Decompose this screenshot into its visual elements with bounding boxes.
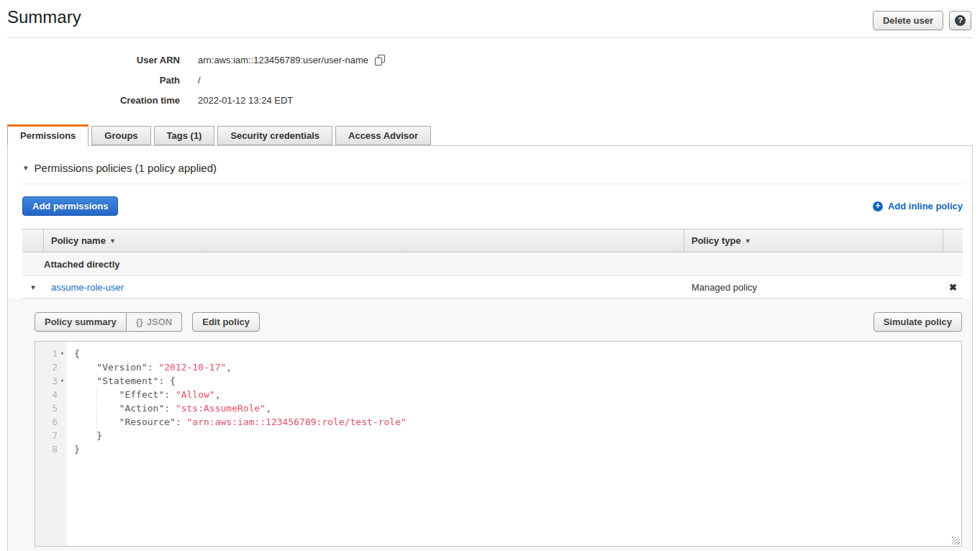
fold-spacer bbox=[58, 388, 67, 401]
editor-line-number: 1▾ bbox=[35, 347, 67, 360]
braces-icon: {} bbox=[136, 317, 143, 327]
tab-permissions[interactable]: Permissions bbox=[7, 124, 89, 146]
fold-spacer bbox=[58, 415, 67, 429]
copy-icon[interactable] bbox=[375, 55, 385, 65]
editor-line-number: 3▾ bbox=[35, 374, 67, 388]
policy-summary-button[interactable]: Policy summary bbox=[35, 312, 127, 332]
policy-row: ▾ assume-role-user Managed policy ✖ bbox=[22, 276, 963, 299]
header-cell-expander bbox=[22, 229, 44, 252]
editor-code-line[interactable]: "Statement": { bbox=[74, 374, 961, 388]
header-cell-policy-type[interactable]: Policy type ▾ bbox=[684, 229, 943, 252]
add-inline-policy-link[interactable]: + Add inline policy bbox=[873, 201, 963, 211]
editor-line-number: 7 bbox=[35, 429, 67, 442]
delete-user-button[interactable]: Delete user bbox=[873, 11, 943, 30]
editor-line-number: 6 bbox=[35, 415, 67, 429]
editor-line-number: 4 bbox=[35, 388, 67, 401]
editor-code[interactable]: { "Version": "2012-10-17", "Statement": … bbox=[67, 342, 961, 546]
add-permissions-button[interactable]: Add permissions bbox=[22, 196, 118, 216]
detail-row-user-arn: User ARN arn:aws:iam::123456789:user/use… bbox=[0, 50, 980, 70]
editor-code-line[interactable]: "Effect": "Allow", bbox=[74, 388, 961, 401]
page-title: Summary bbox=[7, 7, 81, 27]
header-divider bbox=[7, 37, 973, 38]
editor-line-number: 5 bbox=[35, 401, 67, 415]
policy-type-value: Managed policy bbox=[684, 282, 943, 293]
policy-table-header: Policy name ▾ Policy type ▾ bbox=[22, 229, 963, 252]
tab-access-advisor[interactable]: Access Advisor bbox=[335, 126, 431, 145]
policy-name-link[interactable]: assume-role-user bbox=[44, 282, 684, 293]
fold-spacer bbox=[58, 442, 67, 456]
sort-icon: ▾ bbox=[746, 237, 750, 245]
policy-detail-toolbar: Policy summary {} JSON Edit policy Simul… bbox=[35, 312, 962, 332]
detail-row-path: Path / bbox=[0, 70, 980, 90]
editor-code-line[interactable]: } bbox=[74, 429, 961, 442]
permissions-panel: ▾ Permissions policies (1 policy applied… bbox=[7, 145, 973, 551]
policy-table: Policy name ▾ Policy type ▾ Attached dir… bbox=[22, 229, 963, 551]
header-cell-policy-name[interactable]: Policy name ▾ bbox=[44, 229, 684, 252]
tab-security-credentials[interactable]: Security credentials bbox=[217, 126, 332, 145]
detail-row-creation-time: Creation time 2022-01-12 13:24 EDT bbox=[0, 90, 980, 110]
permissions-policies-heading-label: Permissions policies (1 policy applied) bbox=[35, 162, 217, 174]
user-details: User ARN arn:aws:iam::123456789:user/use… bbox=[0, 50, 980, 110]
simulate-policy-button[interactable]: Simulate policy bbox=[874, 312, 962, 332]
header-actions: Delete user ? bbox=[873, 11, 971, 30]
path-label: Path bbox=[0, 75, 180, 86]
fold-arrow-icon[interactable]: ▾ bbox=[58, 347, 67, 360]
creation-time-value: 2022-01-12 13:24 EDT bbox=[198, 95, 293, 106]
permissions-policies-heading[interactable]: ▾ Permissions policies (1 policy applied… bbox=[22, 158, 963, 184]
detach-policy-icon[interactable]: ✖ bbox=[943, 282, 963, 293]
top-header: Summary Delete user ? bbox=[0, 0, 980, 30]
sort-icon: ▾ bbox=[111, 237, 114, 245]
policy-view-segmented-control: Policy summary {} JSON bbox=[35, 312, 182, 332]
tab-tags[interactable]: Tags (1) bbox=[154, 126, 215, 145]
edit-policy-button[interactable]: Edit policy bbox=[192, 312, 260, 332]
help-button[interactable]: ? bbox=[949, 11, 971, 30]
tab-groups[interactable]: Groups bbox=[91, 126, 150, 145]
json-editor[interactable]: 1▾23▾45678 { "Version": "2012-10-17", "S… bbox=[35, 341, 962, 547]
collapse-arrow-icon: ▾ bbox=[24, 163, 28, 173]
editor-code-line[interactable]: { bbox=[74, 347, 961, 360]
fold-arrow-icon[interactable]: ▾ bbox=[58, 374, 67, 388]
creation-time-label: Creation time bbox=[0, 95, 180, 106]
help-icon: ? bbox=[955, 15, 966, 26]
editor-code-line[interactable]: "Action": "sts:AssumeRole", bbox=[74, 401, 961, 415]
user-arn-label: User ARN bbox=[0, 55, 180, 65]
policy-detail-area: Policy summary {} JSON Edit policy Simul… bbox=[8, 299, 972, 551]
fold-spacer bbox=[58, 429, 67, 442]
expand-arrow-icon[interactable]: ▾ bbox=[22, 283, 44, 292]
tab-bar: Permissions Groups Tags (1) Security cre… bbox=[7, 126, 980, 145]
resize-grip-icon[interactable] bbox=[952, 537, 960, 545]
editor-code-line[interactable]: "Version": "2012-10-17", bbox=[74, 360, 961, 374]
header-cell-actions bbox=[943, 229, 963, 252]
editor-code-line[interactable]: "Resource": "arn:aws:iam::123456789:role… bbox=[74, 415, 961, 429]
editor-line-number: 2 bbox=[35, 360, 67, 374]
add-inline-policy-label: Add inline policy bbox=[888, 201, 963, 211]
path-value: / bbox=[198, 75, 201, 86]
fold-spacer bbox=[58, 401, 67, 415]
json-view-button[interactable]: {} JSON bbox=[127, 312, 183, 332]
fold-spacer bbox=[58, 360, 67, 374]
attached-directly-group-row: Attached directly bbox=[22, 252, 963, 276]
editor-code-line[interactable]: } bbox=[74, 442, 961, 456]
editor-line-number: 8 bbox=[35, 442, 67, 456]
indent-guide bbox=[96, 388, 97, 429]
plus-icon: + bbox=[873, 201, 883, 211]
editor-gutter: 1▾23▾45678 bbox=[35, 342, 67, 546]
user-arn-value: arn:aws:iam::123456789:user/user-name bbox=[198, 55, 368, 65]
permissions-toolbar: Add permissions + Add inline policy bbox=[22, 196, 963, 216]
